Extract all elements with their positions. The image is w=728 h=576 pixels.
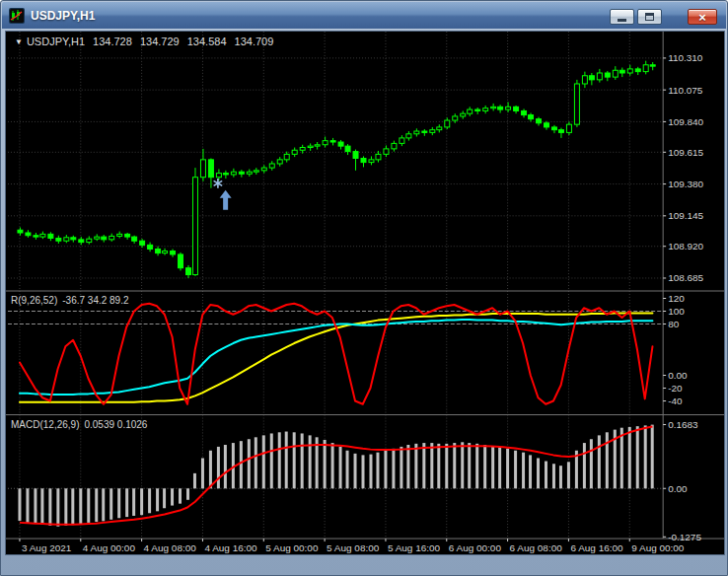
svg-text:5 Aug 08:00: 5 Aug 08:00 <box>327 542 380 553</box>
svg-text:6 Aug 16:00: 6 Aug 16:00 <box>570 542 623 553</box>
svg-text:110.075: 110.075 <box>668 85 703 96</box>
price-axis[interactable]: 110.310110.075109.840109.615109.380109.1… <box>663 52 703 283</box>
oscillator-lines <box>20 304 652 404</box>
macd-label: MACD(12,26,9)0.0539 0.1026 <box>11 419 152 430</box>
header-close: 134.709 <box>235 36 274 47</box>
close-icon: × <box>698 11 706 24</box>
minimize-button[interactable] <box>610 9 634 25</box>
svg-text:108.685: 108.685 <box>668 272 703 283</box>
svg-text:109.840: 109.840 <box>668 116 703 127</box>
svg-text:80: 80 <box>668 319 680 329</box>
svg-text:4 Aug 00:00: 4 Aug 00:00 <box>83 542 136 553</box>
svg-text:0.1683: 0.1683 <box>668 419 698 430</box>
svg-text:9 Aug 00:00: 9 Aug 00:00 <box>631 542 685 553</box>
macd-histogram <box>18 425 653 527</box>
oscillator-axis[interactable]: 120100800.00-20-40 <box>663 293 688 406</box>
macd-values: 0.0539 0.1026 <box>84 419 147 430</box>
time-axis[interactable]: 3 Aug 20214 Aug 00:004 Aug 08:004 Aug 16… <box>20 539 685 553</box>
trade-markers <box>214 179 232 210</box>
window-title: USDJPY,H1 <box>31 9 95 23</box>
titlebar[interactable]: USDJPY,H1 × <box>2 2 726 29</box>
chart-window: USDJPY,H1 × 110.310110.075109.840109.615… <box>0 0 728 576</box>
svg-text:-20: -20 <box>668 383 683 394</box>
maximize-icon <box>645 13 654 21</box>
svg-text:-40: -40 <box>668 396 683 406</box>
svg-text:109.615: 109.615 <box>668 147 703 158</box>
chart-canvas[interactable]: 110.310110.075109.840109.615109.380109.1… <box>6 32 724 554</box>
svg-text:0.00: 0.00 <box>668 483 688 494</box>
header-low: 134.584 <box>187 36 227 47</box>
svg-text:110.310: 110.310 <box>668 52 703 63</box>
oscillator-values: -36.7 34.2 89.2 <box>62 295 128 306</box>
svg-text:109.380: 109.380 <box>668 179 703 189</box>
up-arrow-marker-icon <box>220 190 232 210</box>
header-high: 134.729 <box>140 36 180 47</box>
oscillator-label: R(9,26,52)-36.7 34.2 89.2 <box>11 295 134 306</box>
macd-name: MACD(12,26,9) <box>11 419 79 430</box>
svg-text:4 Aug 16:00: 4 Aug 16:00 <box>204 542 257 553</box>
candlesticks <box>18 61 655 278</box>
svg-text:6 Aug 00:00: 6 Aug 00:00 <box>449 542 502 553</box>
svg-text:120: 120 <box>668 293 685 304</box>
svg-text:-0.1275: -0.1275 <box>668 532 701 542</box>
svg-text:109.145: 109.145 <box>668 210 703 221</box>
svg-text:4 Aug 08:00: 4 Aug 08:00 <box>144 542 197 553</box>
chart-area[interactable]: 110.310110.075109.840109.615109.380109.1… <box>5 31 725 555</box>
svg-text:5 Aug 00:00: 5 Aug 00:00 <box>265 542 319 553</box>
symbol-dropdown-arrow[interactable]: ▼ <box>15 37 23 46</box>
maximize-button[interactable] <box>637 9 662 25</box>
header-open: 134.728 <box>93 36 132 47</box>
macd-signal-line <box>20 427 652 525</box>
ohlc-readout: ▼USDJPY,H1 134.728 134.729 134.584 134.7… <box>15 36 278 47</box>
svg-text:6 Aug 08:00: 6 Aug 08:00 <box>510 542 563 553</box>
header-symbol: USDJPY,H1 <box>27 36 85 47</box>
oscillator-name: R(9,26,52) <box>11 295 57 306</box>
grid-lines <box>8 32 661 539</box>
svg-text:108.920: 108.920 <box>668 241 703 252</box>
minimize-icon <box>618 19 626 22</box>
chart-window-icon <box>9 8 25 24</box>
svg-text:3 Aug 2021: 3 Aug 2021 <box>22 542 72 553</box>
svg-text:5 Aug 16:00: 5 Aug 16:00 <box>388 542 441 553</box>
svg-text:0.00: 0.00 <box>668 370 688 381</box>
macd-axis[interactable]: 0.16830.00-0.1275 <box>663 419 701 542</box>
close-button[interactable]: × <box>688 9 717 25</box>
svg-text:100: 100 <box>668 306 685 317</box>
